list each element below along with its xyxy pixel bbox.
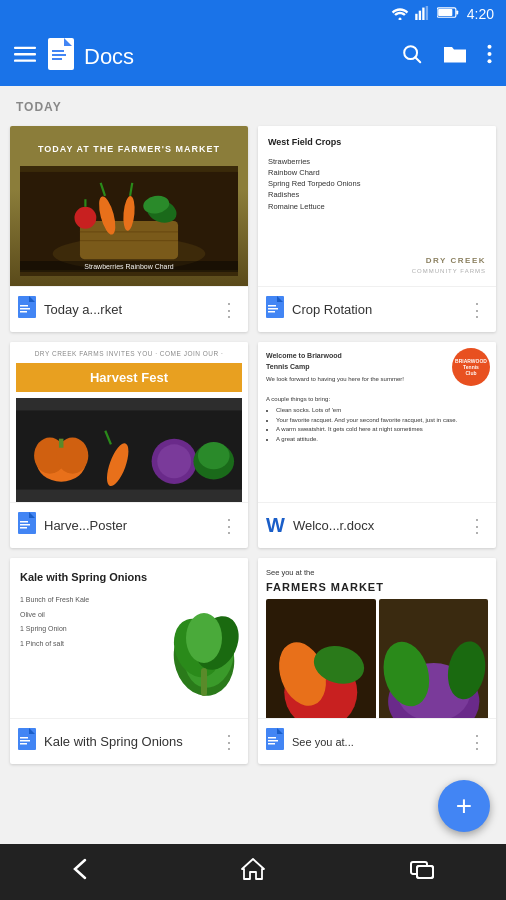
card-footer-fm2: See you at... ⋮ <box>258 718 496 764</box>
crop-preview: West Field Crops Strawberries Rainbow Ch… <box>258 126 496 286</box>
card-preview-kale: Kale with Spring Onions 1 Bunch of Fresh… <box>10 558 248 718</box>
svg-rect-76 <box>268 737 276 739</box>
card-farmers-market[interactable]: TODAY AT THE FARMER'S MARKET <box>10 126 248 332</box>
card-preview-harvest: DRY CREEK FARMS INVITES YOU · COME JOIN … <box>10 342 248 502</box>
svg-rect-12 <box>52 50 64 52</box>
svg-rect-37 <box>266 296 284 318</box>
doc-blue-icon-1 <box>18 296 36 323</box>
card-footer-welcome: W Welco...r.docx ⋮ <box>258 502 496 548</box>
svg-rect-75 <box>266 728 284 750</box>
status-icons: 4:20 <box>391 6 494 23</box>
card-harvest-fest[interactable]: DRY CREEK FARMS INVITES YOU · COME JOIN … <box>10 342 248 548</box>
svg-rect-8 <box>14 47 36 49</box>
card-title-farmers-market: Today a...rket <box>44 302 216 317</box>
doc-blue-icon-6 <box>266 728 284 755</box>
menu-icon[interactable] <box>14 43 36 71</box>
w-icon: W <box>266 514 285 537</box>
svg-point-29 <box>75 207 97 229</box>
crop-item: Radishes <box>268 189 486 200</box>
time-display: 4:20 <box>467 6 494 22</box>
svg-rect-2 <box>418 10 420 19</box>
card-title-welcome: Welco...r.docx <box>293 518 464 533</box>
svg-rect-64 <box>20 740 30 742</box>
farm-sub: COMMUNITY FARMS <box>268 267 486 276</box>
svg-rect-55 <box>20 527 27 529</box>
card-footer-kale: Kale with Spring Onions ⋮ <box>10 718 248 764</box>
svg-rect-39 <box>268 308 278 310</box>
svg-rect-3 <box>422 7 424 19</box>
harvest-invite-text: DRY CREEK FARMS INVITES YOU · COME JOIN … <box>35 350 224 357</box>
svg-point-19 <box>487 59 491 63</box>
card-menu-farmers-market[interactable]: ⋮ <box>216 299 242 321</box>
card-kale[interactable]: Kale with Spring Onions 1 Bunch of Fresh… <box>10 558 248 764</box>
card-menu-welcome[interactable]: ⋮ <box>464 515 490 537</box>
card-preview-crop-rotation: West Field Crops Strawberries Rainbow Ch… <box>258 126 496 286</box>
doc-blue-icon-3 <box>18 512 36 539</box>
fm2-preview: See you at the FARMERS MARKET <box>258 558 496 718</box>
svg-rect-14 <box>52 58 62 60</box>
card-preview-farmers-market: TODAY AT THE FARMER'S MARKET <box>10 126 248 286</box>
doc-blue-icon-2 <box>266 296 284 323</box>
tennis-list-item: Your favorite racquet. And your second f… <box>276 416 488 426</box>
plus-icon: + <box>456 790 472 822</box>
tennis-badge: BRIARWOODTennisClub <box>452 348 490 386</box>
svg-rect-63 <box>20 737 28 739</box>
back-icon[interactable] <box>71 858 97 886</box>
svg-rect-33 <box>18 296 36 318</box>
card-menu-kale[interactable]: ⋮ <box>216 731 242 753</box>
fm2-see-you: See you at the <box>266 568 488 577</box>
svg-rect-35 <box>20 308 30 310</box>
fm2-img-2 <box>379 599 489 718</box>
svg-rect-1 <box>415 13 417 19</box>
crop-item: Romaine Lettuce <box>268 201 486 212</box>
docs-grid: TODAY AT THE FARMER'S MARKET <box>0 122 506 774</box>
svg-rect-61 <box>201 668 207 696</box>
status-bar: 4:20 <box>0 0 506 28</box>
svg-rect-77 <box>268 740 278 742</box>
doc-logo-icon <box>48 38 74 76</box>
wifi-icon <box>391 6 409 23</box>
tennis-preview: Welcome to BriarwoodTennis Camp BRIARWOO… <box>258 342 496 502</box>
recent-icon[interactable] <box>409 858 435 886</box>
folder-icon[interactable] <box>443 43 467 71</box>
app-bar-actions <box>401 43 492 71</box>
card-title-harvest: Harve...Poster <box>44 518 216 533</box>
svg-rect-52 <box>18 512 36 534</box>
card-footer-farmers-market: Today a...rket ⋮ <box>10 286 248 332</box>
card-menu-crop-rotation[interactable]: ⋮ <box>464 299 490 321</box>
svg-point-51 <box>198 442 230 469</box>
tennis-list-item: A great attitude. <box>276 435 488 445</box>
app-title: Docs <box>48 38 389 76</box>
crop-item: Rainbow Chard <box>268 167 486 178</box>
more-vertical-icon[interactable] <box>487 43 492 71</box>
card-footer-harvest: Harve...Poster ⋮ <box>10 502 248 548</box>
svg-rect-53 <box>20 521 28 523</box>
fm2-banner: FARMERS MARKET <box>266 581 488 593</box>
svg-rect-4 <box>425 6 427 20</box>
card-crop-rotation[interactable]: West Field Crops Strawberries Rainbow Ch… <box>258 126 496 332</box>
tennis-list-item: Clean socks. Lots of 'em <box>276 406 488 416</box>
farmers-image-area: Strawberries Rainbow Chard <box>20 166 238 276</box>
card-menu-fm2[interactable]: ⋮ <box>464 731 490 753</box>
home-icon[interactable] <box>240 856 266 888</box>
farmers-title: TODAY AT THE FARMER'S MARKET <box>20 136 238 162</box>
svg-rect-6 <box>456 11 458 15</box>
kale-preview: Kale with Spring Onions 1 Bunch of Fresh… <box>10 558 248 718</box>
card-menu-harvest[interactable]: ⋮ <box>216 515 242 537</box>
card-welcome-docx[interactable]: Welcome to BriarwoodTennis Camp BRIARWOO… <box>258 342 496 548</box>
card-farmers-market-2[interactable]: See you at the FARMERS MARKET <box>258 558 496 764</box>
svg-rect-7 <box>438 9 452 16</box>
svg-point-60 <box>186 613 222 663</box>
section-label: TODAY <box>0 86 506 122</box>
fab-button[interactable]: + <box>438 780 490 832</box>
nav-bar <box>0 844 506 900</box>
svg-rect-10 <box>14 60 36 62</box>
svg-marker-79 <box>242 859 264 879</box>
crop-title: West Field Crops <box>268 136 486 150</box>
svg-rect-45 <box>59 439 64 448</box>
svg-rect-13 <box>52 54 66 56</box>
svg-rect-40 <box>268 311 275 313</box>
svg-rect-34 <box>20 305 28 307</box>
search-icon[interactable] <box>401 43 423 71</box>
crop-item: Spring Red Torpedo Onions <box>268 178 486 189</box>
